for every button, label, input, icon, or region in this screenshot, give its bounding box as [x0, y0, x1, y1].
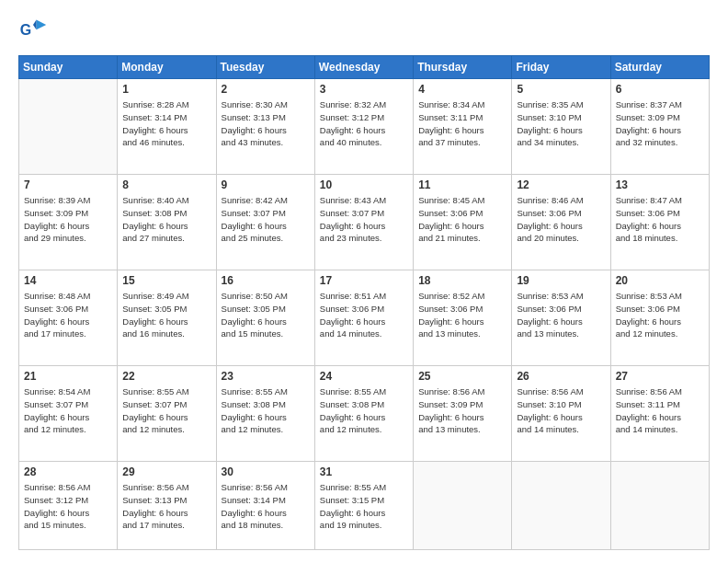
day-info: Sunrise: 8:48 AM Sunset: 3:06 PM Dayligh…	[24, 290, 112, 340]
day-number: 31	[320, 465, 408, 478]
day-number: 8	[122, 178, 210, 191]
day-cell: 8Sunrise: 8:40 AM Sunset: 3:08 PM Daylig…	[118, 175, 216, 270]
day-number: 24	[320, 370, 408, 383]
day-cell: 18Sunrise: 8:52 AM Sunset: 3:06 PM Dayli…	[414, 270, 512, 366]
day-number: 9	[222, 178, 310, 191]
day-info: Sunrise: 8:39 AM Sunset: 3:09 PM Dayligh…	[24, 194, 112, 245]
day-cell	[512, 462, 610, 550]
day-info: Sunrise: 8:55 AM Sunset: 3:15 PM Dayligh…	[320, 481, 408, 532]
day-info: Sunrise: 8:46 AM Sunset: 3:06 PM Dayligh…	[517, 194, 605, 245]
day-info: Sunrise: 8:56 AM Sunset: 3:13 PM Dayligh…	[122, 481, 210, 532]
day-info: Sunrise: 8:52 AM Sunset: 3:06 PM Dayligh…	[418, 290, 506, 340]
day-number: 27	[616, 370, 704, 383]
day-info: Sunrise: 8:55 AM Sunset: 3:08 PM Dayligh…	[222, 385, 310, 436]
logo: G	[18, 17, 51, 46]
day-cell: 16Sunrise: 8:50 AM Sunset: 3:05 PM Dayli…	[216, 270, 314, 366]
day-cell: 28Sunrise: 8:56 AM Sunset: 3:12 PM Dayli…	[19, 462, 118, 550]
day-cell: 30Sunrise: 8:56 AM Sunset: 3:14 PM Dayli…	[216, 462, 314, 550]
day-cell: 17Sunrise: 8:51 AM Sunset: 3:06 PM Dayli…	[314, 270, 413, 366]
day-number: 2	[222, 83, 310, 96]
day-header-tuesday: Tuesday	[216, 56, 314, 79]
day-header-saturday: Saturday	[610, 56, 709, 79]
day-number: 20	[616, 274, 704, 287]
day-info: Sunrise: 8:43 AM Sunset: 3:07 PM Dayligh…	[320, 194, 408, 245]
day-info: Sunrise: 8:53 AM Sunset: 3:06 PM Dayligh…	[517, 290, 605, 340]
day-cell: 1Sunrise: 8:28 AM Sunset: 3:14 PM Daylig…	[118, 79, 216, 175]
day-cell: 21Sunrise: 8:54 AM Sunset: 3:07 PM Dayli…	[19, 366, 118, 462]
day-cell: 3Sunrise: 8:32 AM Sunset: 3:12 PM Daylig…	[314, 79, 413, 175]
day-header-sunday: Sunday	[19, 56, 118, 79]
day-number: 17	[320, 274, 408, 287]
day-cell: 13Sunrise: 8:47 AM Sunset: 3:06 PM Dayli…	[610, 175, 709, 270]
day-cell: 9Sunrise: 8:42 AM Sunset: 3:07 PM Daylig…	[216, 175, 314, 270]
day-cell: 7Sunrise: 8:39 AM Sunset: 3:09 PM Daylig…	[19, 175, 118, 270]
day-number: 18	[418, 274, 506, 287]
day-cell: 10Sunrise: 8:43 AM Sunset: 3:07 PM Dayli…	[314, 175, 413, 270]
day-cell: 23Sunrise: 8:55 AM Sunset: 3:08 PM Dayli…	[216, 366, 314, 462]
day-info: Sunrise: 8:45 AM Sunset: 3:06 PM Dayligh…	[418, 194, 506, 245]
day-number: 1	[122, 83, 210, 96]
day-number: 30	[222, 465, 310, 478]
day-number: 6	[616, 83, 704, 96]
week-row-2: 7Sunrise: 8:39 AM Sunset: 3:09 PM Daylig…	[19, 175, 710, 270]
day-info: Sunrise: 8:56 AM Sunset: 3:10 PM Dayligh…	[517, 385, 605, 436]
day-number: 7	[24, 178, 112, 191]
day-info: Sunrise: 8:53 AM Sunset: 3:06 PM Dayligh…	[616, 290, 704, 340]
day-cell: 6Sunrise: 8:37 AM Sunset: 3:09 PM Daylig…	[610, 79, 709, 175]
day-cell: 2Sunrise: 8:30 AM Sunset: 3:13 PM Daylig…	[216, 79, 314, 175]
day-number: 4	[418, 83, 506, 96]
day-info: Sunrise: 8:35 AM Sunset: 3:10 PM Dayligh…	[517, 98, 605, 149]
day-number: 22	[122, 370, 210, 383]
day-cell: 14Sunrise: 8:48 AM Sunset: 3:06 PM Dayli…	[19, 270, 118, 366]
day-number: 23	[222, 370, 310, 383]
day-cell: 29Sunrise: 8:56 AM Sunset: 3:13 PM Dayli…	[118, 462, 216, 550]
day-number: 16	[222, 274, 310, 287]
day-header-friday: Friday	[512, 56, 610, 79]
page: G SundayMondayTuesdayWednesdayThursdayFr…	[0, 0, 728, 563]
day-info: Sunrise: 8:32 AM Sunset: 3:12 PM Dayligh…	[320, 98, 408, 149]
day-info: Sunrise: 8:56 AM Sunset: 3:12 PM Dayligh…	[24, 481, 112, 532]
day-number: 29	[122, 465, 210, 478]
day-info: Sunrise: 8:28 AM Sunset: 3:14 PM Dayligh…	[122, 98, 210, 149]
day-info: Sunrise: 8:50 AM Sunset: 3:05 PM Dayligh…	[222, 290, 310, 340]
day-cell	[610, 462, 709, 550]
day-number: 3	[320, 83, 408, 96]
header: G	[18, 17, 710, 46]
day-header-thursday: Thursday	[414, 56, 512, 79]
day-cell: 25Sunrise: 8:56 AM Sunset: 3:09 PM Dayli…	[414, 366, 512, 462]
week-row-1: 1Sunrise: 8:28 AM Sunset: 3:14 PM Daylig…	[19, 79, 710, 175]
day-number: 15	[122, 274, 210, 287]
day-info: Sunrise: 8:42 AM Sunset: 3:07 PM Dayligh…	[222, 194, 310, 245]
day-cell: 5Sunrise: 8:35 AM Sunset: 3:10 PM Daylig…	[512, 79, 610, 175]
week-row-4: 21Sunrise: 8:54 AM Sunset: 3:07 PM Dayli…	[19, 366, 710, 462]
day-cell: 26Sunrise: 8:56 AM Sunset: 3:10 PM Dayli…	[512, 366, 610, 462]
header-row: SundayMondayTuesdayWednesdayThursdayFrid…	[19, 56, 710, 79]
svg-text:G: G	[20, 22, 31, 38]
calendar-table: SundayMondayTuesdayWednesdayThursdayFrid…	[18, 55, 710, 550]
day-cell: 31Sunrise: 8:55 AM Sunset: 3:15 PM Dayli…	[314, 462, 413, 550]
day-cell: 11Sunrise: 8:45 AM Sunset: 3:06 PM Dayli…	[414, 175, 512, 270]
day-info: Sunrise: 8:54 AM Sunset: 3:07 PM Dayligh…	[24, 385, 112, 436]
day-number: 12	[517, 178, 605, 191]
day-cell: 4Sunrise: 8:34 AM Sunset: 3:11 PM Daylig…	[414, 79, 512, 175]
day-cell: 24Sunrise: 8:55 AM Sunset: 3:08 PM Dayli…	[314, 366, 413, 462]
day-number: 5	[517, 83, 605, 96]
day-cell: 22Sunrise: 8:55 AM Sunset: 3:07 PM Dayli…	[118, 366, 216, 462]
day-info: Sunrise: 8:51 AM Sunset: 3:06 PM Dayligh…	[320, 290, 408, 340]
day-info: Sunrise: 8:56 AM Sunset: 3:14 PM Dayligh…	[222, 481, 310, 532]
logo-icon: G	[18, 17, 48, 46]
day-number: 13	[616, 178, 704, 191]
day-cell: 27Sunrise: 8:56 AM Sunset: 3:11 PM Dayli…	[610, 366, 709, 462]
day-number: 26	[517, 370, 605, 383]
day-cell: 12Sunrise: 8:46 AM Sunset: 3:06 PM Dayli…	[512, 175, 610, 270]
day-info: Sunrise: 8:34 AM Sunset: 3:11 PM Dayligh…	[418, 98, 506, 149]
day-number: 10	[320, 178, 408, 191]
day-header-wednesday: Wednesday	[314, 56, 413, 79]
day-cell: 20Sunrise: 8:53 AM Sunset: 3:06 PM Dayli…	[610, 270, 709, 366]
day-info: Sunrise: 8:30 AM Sunset: 3:13 PM Dayligh…	[222, 98, 310, 149]
day-number: 21	[24, 370, 112, 383]
day-number: 28	[24, 465, 112, 478]
day-cell	[19, 79, 118, 175]
day-info: Sunrise: 8:55 AM Sunset: 3:08 PM Dayligh…	[320, 385, 408, 436]
week-row-5: 28Sunrise: 8:56 AM Sunset: 3:12 PM Dayli…	[19, 462, 710, 550]
